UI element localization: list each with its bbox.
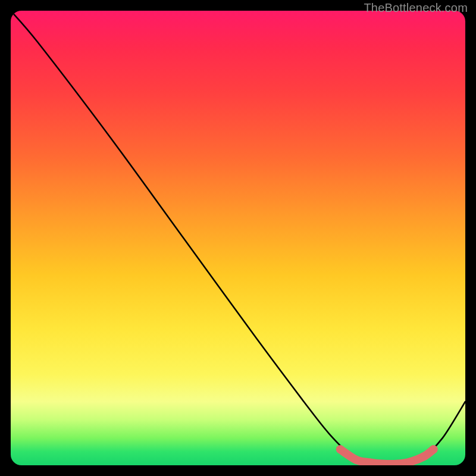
- chart-frame: [11, 11, 465, 465]
- marker-dot: [430, 445, 438, 453]
- marker-dot: [420, 452, 428, 461]
- chart-svg: [11, 11, 465, 465]
- flat-region-markers: [336, 445, 438, 465]
- chart-stage: TheBottleneck.com: [0, 0, 476, 476]
- watermark-text: TheBottleneck.com: [364, 1, 468, 15]
- curve-group: [11, 11, 465, 465]
- marker-dot: [352, 456, 361, 464]
- bottleneck-curve: [11, 11, 465, 465]
- marker-dot: [336, 445, 345, 453]
